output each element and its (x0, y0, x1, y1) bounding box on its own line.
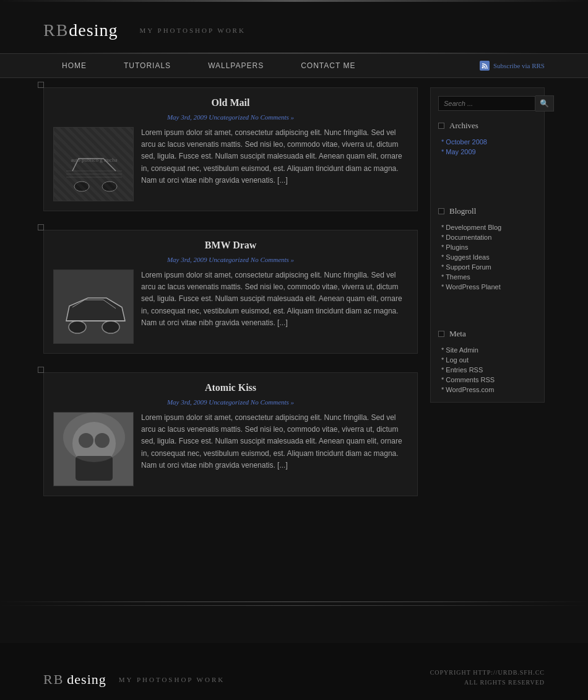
svg-rect-1 (54, 128, 134, 201)
post-2-image[interactable] (53, 269, 134, 344)
post-1-content: auto publico g nucha Lorem ipsum dolor s… (53, 127, 408, 201)
widget-spacer-1 (438, 157, 537, 206)
blogroll-item-themes[interactable]: * Themes (441, 272, 537, 282)
blogroll-checkbox (438, 208, 444, 214)
archive-item-oct[interactable]: * October 2008 (441, 137, 537, 147)
logo-rb: RB (43, 20, 69, 40)
post-1-checkbox (38, 82, 44, 88)
meta-title: Meta (438, 329, 537, 339)
blogroll-item-0[interactable]: * Development Blog (441, 222, 537, 232)
archives-title: Archives (438, 121, 537, 131)
post-1-meta: May 3rd, 2009 Uncategorized No Comments … (53, 113, 408, 121)
archive-item-may[interactable]: * May 2009 (441, 147, 537, 157)
rss-subscribe[interactable]: Subscribe via RRS (480, 61, 545, 71)
rss-label: Subscribe via RRS (493, 62, 545, 69)
post-1-image[interactable]: auto publico g nucha (53, 127, 134, 201)
nav-item-tutorials[interactable]: TUTORIALS (105, 54, 189, 77)
site-footer: RBdesing MY PHOTOSHOP WORK Copyright htt… (0, 643, 588, 700)
search-input[interactable] (438, 96, 535, 111)
svg-point-7 (102, 182, 117, 191)
post-3: Atomic Kiss May 3rd, 2009 Uncategorized … (43, 372, 418, 496)
footer-logo: RBdesing MY PHOTOSHOP WORK (43, 672, 225, 688)
post-2-text: Lorem ipsum dolor sit amet, consectetur … (141, 269, 408, 344)
post-3-checkbox (38, 367, 44, 373)
post-3-image[interactable] (53, 412, 134, 486)
post-3-content: Lorem ipsum dolor sit amet, consectetur … (53, 412, 408, 486)
post-2: BMW Draw May 3rd, 2009 Uncategorized No … (43, 230, 418, 354)
footer-tagline: MY PHOTOSHOP WORK (119, 676, 225, 683)
footer-logo-rb: RB (43, 672, 64, 688)
post-2-title[interactable]: BMW Draw (53, 240, 408, 251)
svg-point-9 (69, 321, 86, 333)
site-tagline: MY PHOTOSHOP WORK (139, 27, 245, 34)
meta-item-3[interactable]: * Comments RSS (441, 375, 537, 385)
blogroll-item-2[interactable]: * Plugins (441, 242, 537, 252)
blogroll-item-3[interactable]: * Suggest Ideas (441, 252, 537, 262)
meta-list: * Site Admin * Log out * Entries RSS * C… (438, 345, 537, 395)
logo[interactable]: RBdesing (43, 20, 118, 40)
blogroll-item-4[interactable]: * Support Forum (441, 262, 537, 272)
meta-item-0[interactable]: * Site Admin (441, 345, 537, 355)
content-end-space (0, 515, 588, 589)
main-nav: HOME TUTORIALS WALLPAPERS CONTACT ME Sub… (0, 53, 588, 78)
post-3-text: Lorem ipsum dolor sit amet, consectetur … (141, 412, 408, 486)
widget-spacer-2 (438, 292, 537, 329)
blogroll-list: * Development Blog * Documentation * Plu… (438, 222, 537, 292)
svg-point-6 (74, 182, 89, 191)
post-1-text: Lorem ipsum dolor sit amet, consectetur … (141, 127, 408, 201)
svg-text:auto publico g nucha: auto publico g nucha (71, 157, 117, 163)
post-2-content: Lorem ipsum dolor sit amet, consectetur … (53, 269, 408, 344)
nav-item-wallpapers[interactable]: WALLPAPERS (189, 54, 282, 77)
sidebar: 🔍 Archives * October 2008 * May 2009 Blo… (430, 81, 545, 515)
meta-checkbox (438, 331, 444, 337)
footer-copy-line2: All Rights Reserved (430, 678, 545, 688)
meta-item-1[interactable]: * Log out (441, 355, 537, 365)
post-2-meta: May 3rd, 2009 Uncategorized No Comments … (53, 256, 408, 263)
archives-list: * October 2008 * May 2009 (438, 137, 537, 157)
svg-point-17 (63, 413, 125, 462)
footer-separator (0, 602, 588, 602)
posts-area: Old Mail May 3rd, 2009 Uncategorized No … (43, 81, 418, 515)
nav-item-contact[interactable]: CONTACT ME (282, 54, 374, 77)
search-widget: 🔍 Archives * October 2008 * May 2009 Blo… (430, 87, 545, 403)
post-1: Old Mail May 3rd, 2009 Uncategorized No … (43, 87, 418, 211)
post-2-checkbox (38, 224, 44, 230)
footer-logo-desing: desing (67, 672, 106, 688)
post-3-meta: May 3rd, 2009 Uncategorized No Comments … (53, 398, 408, 406)
svg-point-10 (102, 321, 119, 333)
search-button[interactable]: 🔍 (535, 95, 554, 112)
site-header: RBdesing MY PHOTOSHOP WORK (0, 2, 588, 53)
footer-bottom-line (0, 605, 588, 606)
nav-item-home[interactable]: HOME (43, 54, 105, 77)
logo-desing: desing (69, 20, 118, 40)
footer-copy-line1: Copyright http://urdb.sfh.cc (430, 668, 545, 678)
blogroll-item-6[interactable]: * WordPress Planet (441, 282, 537, 292)
post-3-title[interactable]: Atomic Kiss (53, 382, 408, 393)
main-content: Old Mail May 3rd, 2009 Uncategorized No … (0, 81, 588, 515)
meta-item-2[interactable]: * Entries RSS (441, 365, 537, 375)
blogroll-title: Blogroll (438, 206, 537, 216)
rss-icon (480, 61, 490, 71)
nav-links: HOME TUTORIALS WALLPAPERS CONTACT ME (43, 54, 480, 77)
svg-point-0 (482, 67, 483, 69)
archives-checkbox (438, 123, 444, 129)
blogroll-item-1[interactable]: * Documentation (441, 232, 537, 242)
search-box: 🔍 (438, 95, 537, 112)
post-1-title[interactable]: Old Mail (53, 97, 408, 108)
meta-item-4[interactable]: * WordPress.com (441, 385, 537, 395)
footer-copyright: Copyright http://urdb.sfh.cc All Rights … (430, 668, 545, 688)
